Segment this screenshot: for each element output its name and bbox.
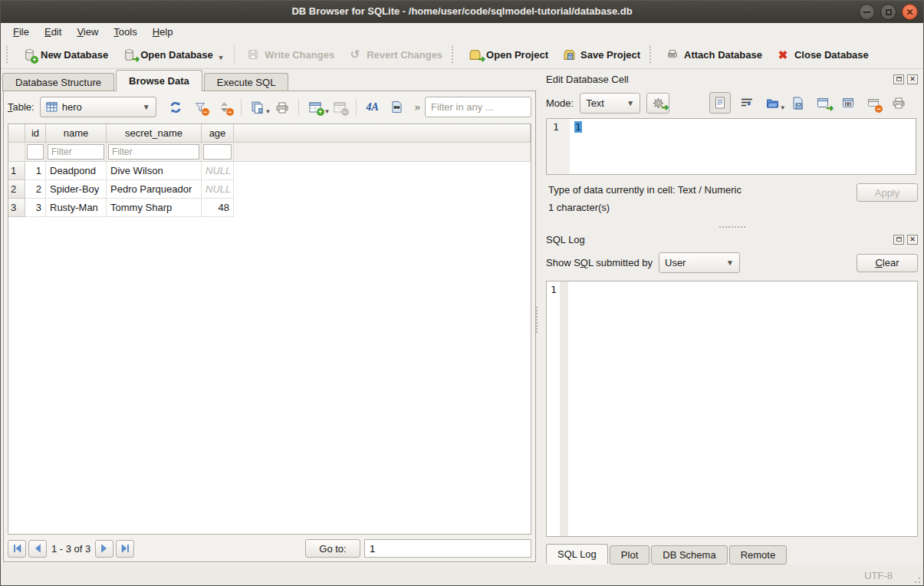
minimize-button[interactable] [859,4,875,20]
cell-secret-name[interactable]: Pedro Parqueador [107,180,202,199]
open-in-external-button[interactable]: ➜ [814,94,832,112]
cell-age[interactable]: NULL [202,162,234,180]
toolbar-overflow-chevron[interactable]: » [415,101,420,113]
first-record-button[interactable] [8,540,26,558]
auto-apply-button[interactable]: ➜ [646,93,669,114]
mode-selector[interactable]: Text ▼ [580,93,640,114]
window-controls: ✕ [859,4,918,20]
cell-editor[interactable]: 1 1 [546,118,916,175]
column-header-secret-name[interactable]: secret_name [107,124,202,143]
tab-browse-data[interactable]: Browse Data [116,70,202,91]
corner-header[interactable] [8,124,25,143]
menu-file[interactable]: File [5,25,37,39]
menu-help[interactable]: Help [145,25,181,39]
cell-id[interactable]: 3 [25,199,46,217]
column-header-name[interactable]: name [46,124,107,143]
printer-icon [275,101,289,114]
column-header-age[interactable]: age [202,124,234,143]
cell-secret-name[interactable]: Dive Wilson [107,162,202,180]
sql-log-editor[interactable]: 1 [546,281,918,537]
tab-database-structure[interactable]: Database Structure [2,73,114,91]
cell-age[interactable]: NULL [202,180,234,199]
cell-editor-gutter: 1 [547,119,570,174]
export-data-button[interactable] [788,94,807,112]
print-cell-button[interactable] [889,94,908,112]
find-in-cells-button[interactable] [386,97,409,117]
clear-filters-button[interactable]: − [189,97,212,117]
menu-edit[interactable]: Edit [37,25,69,39]
close-dock-button[interactable]: ✕ [907,235,918,245]
row-number[interactable]: 1 [8,162,25,180]
sql-source-selector[interactable]: User ▼ [659,252,740,273]
filter-input-name[interactable] [48,144,104,160]
maximize-icon [886,9,892,15]
cell-name[interactable]: Spider-Boy [46,180,107,199]
refresh-button[interactable] [164,97,187,117]
toolbar-drag-handle[interactable] [6,46,11,63]
attach-database-button[interactable]: Attach Database [659,44,769,65]
copy-record-button[interactable]: ▾ [246,97,269,117]
float-dock-button[interactable] [893,235,904,245]
open-project-button[interactable]: ➜ Open Project [461,44,555,65]
filter-input-secret-name[interactable] [108,144,199,160]
new-database-button[interactable]: + New Database [15,44,115,65]
cell-name[interactable]: Deadpond [46,162,107,180]
sql-log-controls: Show SQL submitted by User ▼ Clear [546,250,918,275]
cell-id[interactable]: 1 [25,162,46,180]
print-records-button[interactable] [271,97,294,117]
font-button[interactable]: 4A [361,97,384,117]
filter-input-age[interactable] [203,144,232,160]
menu-view[interactable]: View [69,25,106,39]
save-project-button[interactable]: Save Project [555,44,647,65]
cell-editor-content[interactable]: 1 [570,119,916,174]
column-header-id[interactable]: id [25,124,46,143]
dock-tab-db-schema[interactable]: DB Schema [651,545,727,565]
goto-button[interactable]: Go to: [305,539,360,558]
cell-secret-name[interactable]: Tommy Sharp [107,199,202,217]
dock-tab-remote[interactable]: Remote [729,545,788,565]
resize-grip[interactable] [913,576,921,584]
menu-tools[interactable]: Tools [106,25,144,39]
dock-tab-plot[interactable]: Plot [610,545,649,565]
close-database-button[interactable]: ✖ Close Database [769,44,876,65]
open-database-dropdown[interactable]: ▾ [219,54,223,61]
open-database-button[interactable]: ➜ Open Database ▾ [115,44,229,65]
close-dock-button[interactable]: ✕ [907,74,918,84]
row-number[interactable]: 2 [8,180,25,199]
cell-id[interactable]: 2 [25,180,46,199]
copy-link-button[interactable] [839,94,857,112]
insert-record-button[interactable]: + ▾ [304,97,327,117]
tab-execute-sql[interactable]: Execute SQL [204,73,289,91]
previous-record-button[interactable] [28,540,47,558]
statusbar: UTF-8 [1,565,923,586]
table-row: 2 2 Spider-Boy Pedro Parqueador NULL [8,180,531,199]
import-data-button[interactable]: ▾ [763,94,781,112]
clear-sorting-button[interactable]: − [213,97,236,117]
revert-changes-icon: ↺ [348,48,362,61]
row-number[interactable]: 3 [8,199,25,217]
float-dock-button[interactable] [893,74,904,84]
dock-tab-sql-log[interactable]: SQL Log [546,544,608,565]
cell-age[interactable]: 48 [202,199,234,217]
table-selector[interactable]: hero ▼ [40,97,156,117]
first-record-icon [12,544,22,553]
cell-name[interactable]: Rusty-Man [46,199,107,217]
next-record-button[interactable] [95,540,113,558]
word-wrap-button[interactable] [738,94,756,112]
maximize-button[interactable] [880,4,896,20]
last-record-button[interactable] [116,540,134,558]
filter-any-column-input[interactable] [425,97,531,117]
dock-splitter[interactable] [546,222,918,232]
toolbar-drag-handle[interactable] [452,46,456,63]
filter-input-id[interactable] [27,144,44,160]
printer-icon [892,97,906,109]
sql-log-content[interactable] [568,281,917,536]
close-button[interactable]: ✕ [902,4,918,20]
sql-log-title: SQL Log [546,234,890,245]
toolbar-drag-handle[interactable] [649,46,654,63]
set-null-button[interactable]: − [864,94,883,112]
goto-record-input[interactable] [364,539,531,558]
text-mode-button[interactable] [709,92,731,114]
clear-log-button[interactable]: Clear [857,254,918,272]
cell-info: Type of data currently in cell: Text / N… [546,183,918,222]
